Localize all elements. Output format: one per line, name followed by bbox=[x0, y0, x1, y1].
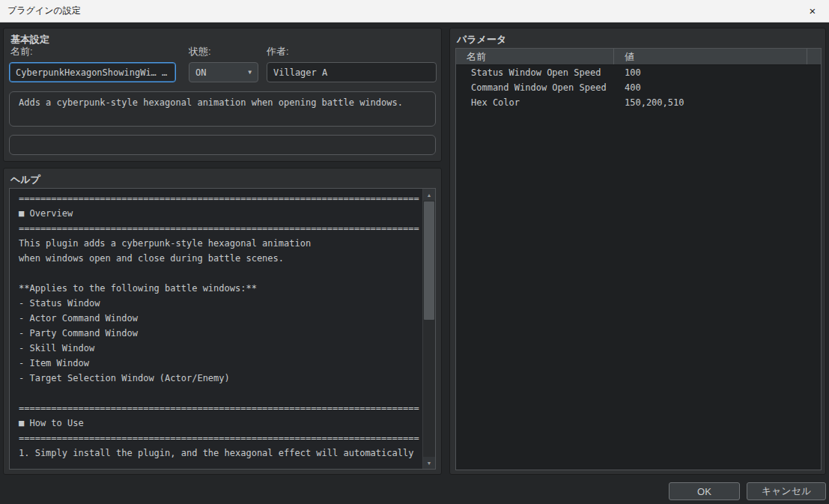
help-line: ========================================… bbox=[19, 223, 422, 238]
help-line: **Applies to the following battle window… bbox=[19, 283, 422, 298]
param-name: Status Window Open Speed bbox=[456, 65, 614, 80]
table-header: 名前 値 bbox=[456, 49, 821, 65]
scroll-up-icon[interactable]: ▲ bbox=[423, 189, 435, 201]
cancel-button[interactable]: キャンセル bbox=[747, 482, 826, 500]
table-body: Status Window Open Speed 100 Command Win… bbox=[456, 65, 821, 110]
chevron-down-icon: ▼ bbox=[248, 69, 252, 76]
help-line: ========================================… bbox=[19, 403, 422, 418]
help-scrollbar[interactable]: ▲ ▼ bbox=[422, 189, 435, 469]
help-line: - Skill Window bbox=[19, 343, 422, 358]
status-select[interactable]: ON ▼ bbox=[189, 62, 258, 82]
help-line: ■ How to Use bbox=[19, 418, 422, 433]
plugin-name-value: CyberpunkHexagonShowingWi… … bbox=[16, 67, 167, 78]
param-value: 400 bbox=[614, 80, 821, 95]
help-line bbox=[19, 268, 422, 283]
help-line bbox=[19, 388, 422, 403]
column-header-value[interactable]: 値 bbox=[614, 49, 807, 64]
help-line: ========================================… bbox=[19, 193, 422, 208]
parameters-title: パラメータ bbox=[457, 33, 506, 46]
table-row[interactable]: Status Window Open Speed 100 bbox=[456, 65, 821, 80]
help-line: when windows open and close during battl… bbox=[19, 253, 422, 268]
author-input[interactable]: Villager A bbox=[267, 62, 437, 82]
extra-box[interactable] bbox=[9, 135, 436, 155]
titlebar: プラグインの設定 × bbox=[0, 0, 829, 22]
parameters-table: 名前 値 Status Window Open Speed 100 Comman… bbox=[455, 48, 822, 470]
param-value: 100 bbox=[614, 65, 821, 80]
param-value: 150,200,510 bbox=[614, 95, 821, 110]
column-header-stub bbox=[807, 49, 821, 64]
close-button[interactable]: × bbox=[796, 0, 829, 22]
basic-settings-panel: 基本設定 名前: 状態: 作者: CyberpunkHexagonShowing… bbox=[3, 28, 442, 162]
help-line: - Party Command Window bbox=[19, 328, 422, 343]
help-text: ========================================… bbox=[10, 189, 422, 469]
help-line: - Target Selection Window (Actor/Enemy) bbox=[19, 373, 422, 388]
help-textarea[interactable]: ========================================… bbox=[9, 188, 436, 470]
status-label: 状態: bbox=[189, 45, 211, 58]
table-row[interactable]: Command Window Open Speed 400 bbox=[456, 80, 821, 95]
parameters-panel: パラメータ 名前 値 Status Window Open Speed 100 … bbox=[449, 28, 826, 475]
help-panel: ヘルプ ====================================… bbox=[3, 168, 442, 475]
author-label: 作者: bbox=[267, 45, 289, 58]
param-name: Command Window Open Speed bbox=[456, 80, 614, 95]
author-value: Villager A bbox=[273, 67, 327, 78]
help-line: This plugin adds a cyberpunk-style hexag… bbox=[19, 238, 422, 253]
ok-button[interactable]: OK bbox=[669, 482, 740, 500]
close-icon: × bbox=[810, 4, 816, 17]
name-label: 名前: bbox=[10, 45, 33, 58]
param-name: Hex Color bbox=[456, 95, 614, 110]
window-title: プラグインの設定 bbox=[7, 4, 81, 17]
description-text: Adds a cyberpunk-style hexagonal animati… bbox=[19, 97, 403, 108]
help-line: 1. Simply install the plugin, and the he… bbox=[19, 448, 422, 463]
help-line: ■ Overview bbox=[19, 208, 422, 223]
description-box[interactable]: Adds a cyberpunk-style hexagonal animati… bbox=[9, 91, 436, 127]
status-value: ON bbox=[195, 67, 206, 78]
help-line: - Status Window bbox=[19, 298, 422, 313]
help-title: ヘルプ bbox=[10, 173, 40, 186]
scrollbar-thumb[interactable] bbox=[424, 201, 434, 320]
help-line: ========================================… bbox=[19, 433, 422, 448]
plugin-name-input[interactable]: CyberpunkHexagonShowingWi… … bbox=[9, 62, 176, 82]
column-header-name[interactable]: 名前 bbox=[456, 49, 614, 64]
help-line: - Actor Command Window bbox=[19, 313, 422, 328]
table-row[interactable]: Hex Color 150,200,510 bbox=[456, 95, 821, 110]
help-line: - Item Window bbox=[19, 358, 422, 373]
scroll-down-icon[interactable]: ▼ bbox=[423, 457, 435, 469]
